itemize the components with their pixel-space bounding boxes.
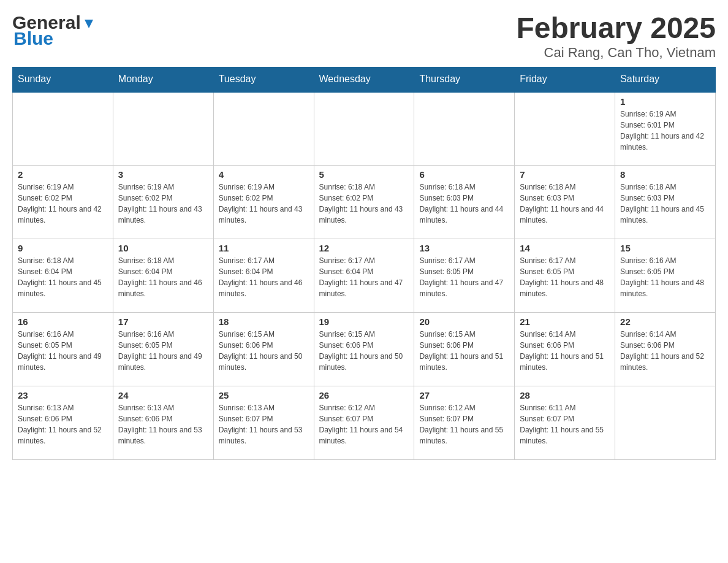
day-info: Sunrise: 6:14 AM Sunset: 6:06 PM Dayligh… xyxy=(520,329,610,373)
day-info: Sunrise: 6:15 AM Sunset: 6:06 PM Dayligh… xyxy=(319,329,409,373)
calendar-cell: 2Sunrise: 6:19 AM Sunset: 6:02 PM Daylig… xyxy=(13,165,113,239)
day-info: Sunrise: 6:17 AM Sunset: 6:05 PM Dayligh… xyxy=(520,255,610,299)
calendar-week-row: 1Sunrise: 6:19 AM Sunset: 6:01 PM Daylig… xyxy=(13,91,716,165)
calendar-cell: 21Sunrise: 6:14 AM Sunset: 6:06 PM Dayli… xyxy=(515,312,615,386)
calendar-cell: 22Sunrise: 6:14 AM Sunset: 6:06 PM Dayli… xyxy=(615,312,716,386)
day-info: Sunrise: 6:17 AM Sunset: 6:04 PM Dayligh… xyxy=(319,255,409,299)
weekday-header-saturday: Saturday xyxy=(615,67,716,91)
day-info: Sunrise: 6:19 AM Sunset: 6:01 PM Dayligh… xyxy=(620,109,710,153)
calendar-cell: 12Sunrise: 6:17 AM Sunset: 6:04 PM Dayli… xyxy=(314,239,414,312)
day-number: 4 xyxy=(219,169,309,180)
calendar-week-row: 23Sunrise: 6:13 AM Sunset: 6:06 PM Dayli… xyxy=(13,386,716,459)
day-number: 6 xyxy=(419,169,509,180)
day-info: Sunrise: 6:19 AM Sunset: 6:02 PM Dayligh… xyxy=(118,182,208,226)
day-number: 23 xyxy=(18,390,108,400)
day-number: 9 xyxy=(18,243,108,253)
title-block: February 2025 Cai Rang, Can Tho, Vietnam xyxy=(516,12,716,61)
calendar-cell: 23Sunrise: 6:13 AM Sunset: 6:06 PM Dayli… xyxy=(13,386,113,459)
calendar-cell: 5Sunrise: 6:18 AM Sunset: 6:02 PM Daylig… xyxy=(314,165,414,239)
day-number: 12 xyxy=(319,243,409,253)
calendar-cell xyxy=(13,91,113,165)
weekday-header-tuesday: Tuesday xyxy=(213,67,314,91)
day-number: 19 xyxy=(319,316,409,327)
day-number: 26 xyxy=(319,390,409,400)
day-number: 28 xyxy=(520,390,610,400)
day-info: Sunrise: 6:18 AM Sunset: 6:03 PM Dayligh… xyxy=(520,182,610,226)
calendar-table: SundayMondayTuesdayWednesdayThursdayFrid… xyxy=(12,67,716,460)
day-info: Sunrise: 6:14 AM Sunset: 6:06 PM Dayligh… xyxy=(620,329,710,373)
day-info: Sunrise: 6:19 AM Sunset: 6:02 PM Dayligh… xyxy=(18,182,108,226)
day-info: Sunrise: 6:16 AM Sunset: 6:05 PM Dayligh… xyxy=(18,329,108,373)
day-number: 8 xyxy=(620,169,710,180)
day-number: 14 xyxy=(520,243,610,253)
day-info: Sunrise: 6:18 AM Sunset: 6:02 PM Dayligh… xyxy=(319,182,409,226)
calendar-cell: 1Sunrise: 6:19 AM Sunset: 6:01 PM Daylig… xyxy=(615,91,716,165)
day-number: 3 xyxy=(118,169,208,180)
day-number: 1 xyxy=(620,96,710,107)
calendar-subtitle: Cai Rang, Can Tho, Vietnam xyxy=(516,45,716,61)
calendar-cell: 17Sunrise: 6:16 AM Sunset: 6:05 PM Dayli… xyxy=(113,312,213,386)
day-number: 20 xyxy=(419,316,509,327)
day-info: Sunrise: 6:16 AM Sunset: 6:05 PM Dayligh… xyxy=(620,255,710,299)
calendar-cell xyxy=(113,91,213,165)
calendar-week-row: 16Sunrise: 6:16 AM Sunset: 6:05 PM Dayli… xyxy=(13,312,716,386)
weekday-header-thursday: Thursday xyxy=(414,67,515,91)
calendar-cell: 26Sunrise: 6:12 AM Sunset: 6:07 PM Dayli… xyxy=(314,386,414,459)
calendar-cell: 7Sunrise: 6:18 AM Sunset: 6:03 PM Daylig… xyxy=(515,165,615,239)
day-info: Sunrise: 6:12 AM Sunset: 6:07 PM Dayligh… xyxy=(419,402,509,446)
calendar-cell: 27Sunrise: 6:12 AM Sunset: 6:07 PM Dayli… xyxy=(414,386,515,459)
day-number: 22 xyxy=(620,316,710,327)
logo-triangle-icon xyxy=(82,17,96,31)
day-number: 7 xyxy=(520,169,610,180)
calendar-cell xyxy=(515,91,615,165)
calendar-cell xyxy=(414,91,515,165)
logo-blue-text: Blue xyxy=(13,28,53,49)
day-number: 11 xyxy=(219,243,309,253)
calendar-cell: 13Sunrise: 6:17 AM Sunset: 6:05 PM Dayli… xyxy=(414,239,515,312)
calendar-cell: 10Sunrise: 6:18 AM Sunset: 6:04 PM Dayli… xyxy=(113,239,213,312)
weekday-header-monday: Monday xyxy=(113,67,213,91)
calendar-cell: 18Sunrise: 6:15 AM Sunset: 6:06 PM Dayli… xyxy=(213,312,314,386)
weekday-header-friday: Friday xyxy=(515,67,615,91)
day-number: 13 xyxy=(419,243,509,253)
day-number: 24 xyxy=(118,390,208,400)
day-info: Sunrise: 6:13 AM Sunset: 6:07 PM Dayligh… xyxy=(219,402,309,446)
calendar-cell: 16Sunrise: 6:16 AM Sunset: 6:05 PM Dayli… xyxy=(13,312,113,386)
day-number: 2 xyxy=(18,169,108,180)
weekday-header-sunday: Sunday xyxy=(13,67,113,91)
calendar-title: February 2025 xyxy=(516,12,716,45)
calendar-cell: 11Sunrise: 6:17 AM Sunset: 6:04 PM Dayli… xyxy=(213,239,314,312)
calendar-week-row: 2Sunrise: 6:19 AM Sunset: 6:02 PM Daylig… xyxy=(13,165,716,239)
calendar-cell: 28Sunrise: 6:11 AM Sunset: 6:07 PM Dayli… xyxy=(515,386,615,459)
day-info: Sunrise: 6:11 AM Sunset: 6:07 PM Dayligh… xyxy=(520,402,610,446)
svg-marker-0 xyxy=(85,20,93,28)
day-number: 16 xyxy=(18,316,108,327)
day-number: 21 xyxy=(520,316,610,327)
calendar-cell xyxy=(314,91,414,165)
calendar-cell xyxy=(615,386,716,459)
day-info: Sunrise: 6:17 AM Sunset: 6:04 PM Dayligh… xyxy=(219,255,309,299)
day-info: Sunrise: 6:19 AM Sunset: 6:02 PM Dayligh… xyxy=(219,182,309,226)
calendar-cell: 4Sunrise: 6:19 AM Sunset: 6:02 PM Daylig… xyxy=(213,165,314,239)
calendar-cell: 25Sunrise: 6:13 AM Sunset: 6:07 PM Dayli… xyxy=(213,386,314,459)
day-number: 15 xyxy=(620,243,710,253)
calendar-cell: 24Sunrise: 6:13 AM Sunset: 6:06 PM Dayli… xyxy=(113,386,213,459)
day-info: Sunrise: 6:15 AM Sunset: 6:06 PM Dayligh… xyxy=(219,329,309,373)
calendar-week-row: 9Sunrise: 6:18 AM Sunset: 6:04 PM Daylig… xyxy=(13,239,716,312)
day-info: Sunrise: 6:17 AM Sunset: 6:05 PM Dayligh… xyxy=(419,255,509,299)
calendar-header-row: SundayMondayTuesdayWednesdayThursdayFrid… xyxy=(13,67,716,91)
day-number: 25 xyxy=(219,390,309,400)
day-number: 17 xyxy=(118,316,208,327)
day-info: Sunrise: 6:18 AM Sunset: 6:04 PM Dayligh… xyxy=(18,255,108,299)
calendar-cell: 15Sunrise: 6:16 AM Sunset: 6:05 PM Dayli… xyxy=(615,239,716,312)
day-info: Sunrise: 6:18 AM Sunset: 6:03 PM Dayligh… xyxy=(419,182,509,226)
calendar-cell: 19Sunrise: 6:15 AM Sunset: 6:06 PM Dayli… xyxy=(314,312,414,386)
day-info: Sunrise: 6:12 AM Sunset: 6:07 PM Dayligh… xyxy=(319,402,409,446)
day-info: Sunrise: 6:18 AM Sunset: 6:04 PM Dayligh… xyxy=(118,255,208,299)
calendar-cell: 6Sunrise: 6:18 AM Sunset: 6:03 PM Daylig… xyxy=(414,165,515,239)
calendar-cell: 8Sunrise: 6:18 AM Sunset: 6:03 PM Daylig… xyxy=(615,165,716,239)
calendar-cell xyxy=(213,91,314,165)
day-info: Sunrise: 6:18 AM Sunset: 6:03 PM Dayligh… xyxy=(620,182,710,226)
day-number: 18 xyxy=(219,316,309,327)
day-number: 27 xyxy=(419,390,509,400)
